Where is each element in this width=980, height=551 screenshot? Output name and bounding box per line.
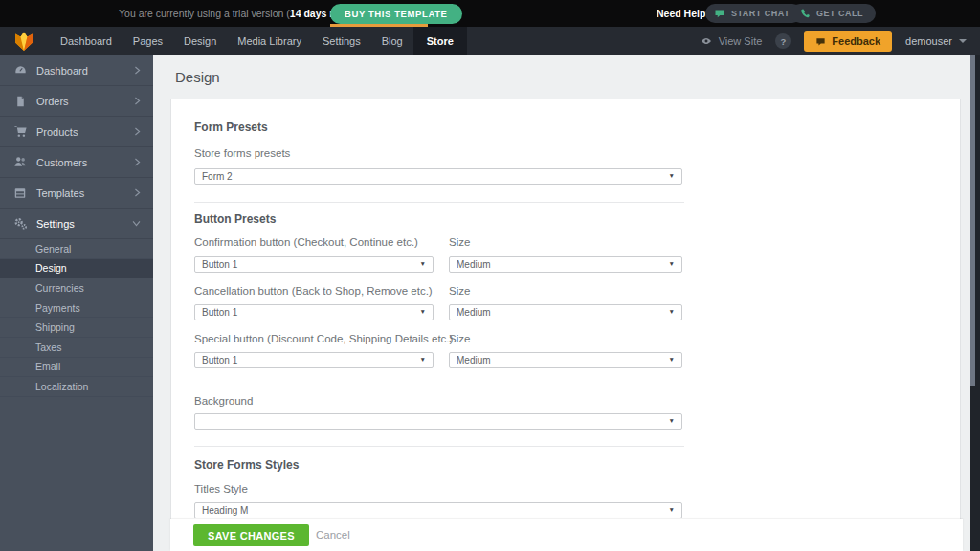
nav-tab-pages[interactable]: Pages xyxy=(122,27,173,55)
cancellation-button-label: Cancellation button (Back to Shop, Remov… xyxy=(194,285,433,297)
confirmation-button-label: Confirmation button (Checkout, Continue … xyxy=(194,236,418,248)
gauge-icon xyxy=(12,63,28,78)
scrollbar-thumb[interactable] xyxy=(970,55,975,386)
sidebar-item-label: Products xyxy=(36,126,78,138)
users-icon xyxy=(12,155,28,170)
buy-template-button[interactable]: BUY THIS TEMPLATE xyxy=(330,4,462,24)
section-divider xyxy=(194,446,684,447)
navbar-right: View Site ? Feedback demouser xyxy=(700,27,967,55)
special-button-value: Button 1 xyxy=(202,355,237,365)
sidebar-subitem-design[interactable]: Design xyxy=(0,259,153,279)
phone-icon xyxy=(799,8,811,19)
chevron-down-icon xyxy=(959,39,967,43)
special-size-select[interactable]: Medium ▼ xyxy=(449,352,682,368)
sidebar-item-customers[interactable]: Customers xyxy=(0,147,153,178)
cancel-link[interactable]: Cancel xyxy=(316,519,350,551)
sidebar-item-orders[interactable]: Orders xyxy=(0,86,153,117)
document-icon xyxy=(12,94,28,109)
confirmation-size-value: Medium xyxy=(457,259,491,270)
select-caret-icon: ▼ xyxy=(669,309,675,316)
sidebar-subitem-email[interactable]: Email xyxy=(0,358,153,378)
special-size-value: Medium xyxy=(457,355,491,365)
select-caret-icon: ▼ xyxy=(669,357,675,364)
sidebar-item-templates[interactable]: Templates xyxy=(0,178,153,209)
nav-tab-dashboard[interactable]: Dashboard xyxy=(50,27,122,55)
sidebar-item-label: Dashboard xyxy=(36,65,88,77)
username-label: demouser xyxy=(905,35,952,47)
design-settings-card: Form Presets Store forms presets Form 2 … xyxy=(170,99,961,551)
special-button-label: Special button (Discount Code, Shipping … xyxy=(194,333,453,344)
confirmation-size-label: Size xyxy=(449,236,470,248)
sidebar-item-products[interactable]: Products xyxy=(0,117,153,147)
form-presets-heading: Form Presets xyxy=(194,121,268,134)
background-label: Background xyxy=(194,395,253,407)
trial-message-prefix: You are currently using a trial version … xyxy=(119,8,290,19)
sidebar-item-label: Settings xyxy=(36,218,75,230)
nav-tab-settings[interactable]: Settings xyxy=(312,27,371,55)
background-select[interactable]: ▼ xyxy=(194,413,682,430)
sidebar-item-label: Templates xyxy=(36,187,84,199)
select-caret-icon: ▼ xyxy=(669,507,675,514)
confirmation-button-select[interactable]: Button 1 ▼ xyxy=(194,256,434,273)
chevron-right-icon xyxy=(133,157,142,167)
confirmation-size-select[interactable]: Medium ▼ xyxy=(449,256,682,273)
nav-tab-design[interactable]: Design xyxy=(173,27,227,55)
store-forms-presets-select[interactable]: Form 2 ▼ xyxy=(194,168,682,185)
cancellation-size-select[interactable]: Medium ▼ xyxy=(449,304,682,320)
nav-tab-store[interactable]: Store xyxy=(413,27,467,55)
gears-icon xyxy=(12,216,28,231)
select-caret-icon: ▼ xyxy=(420,357,426,364)
main-content: Design Form Presets Store forms presets … xyxy=(153,55,972,551)
sidebar-item-label: Customers xyxy=(36,157,87,168)
app-logo-icon[interactable] xyxy=(12,30,35,53)
feedback-button[interactable]: Feedback xyxy=(804,31,892,52)
top-navbar: Dashboard Pages Design Media Library Set… xyxy=(0,27,980,55)
select-caret-icon: ▼ xyxy=(420,261,426,268)
sidebar-subitem-general[interactable]: General xyxy=(0,239,153,259)
save-bar: SAVE CHANGES Cancel xyxy=(170,519,963,551)
sidebar-item-dashboard[interactable]: Dashboard xyxy=(0,55,153,86)
sidebar-subitem-payments[interactable]: Payments xyxy=(0,298,153,319)
sidebar-subitem-shipping[interactable]: Shipping xyxy=(0,318,153,338)
eye-icon xyxy=(700,34,713,48)
get-call-label: GET CALL xyxy=(816,9,863,18)
get-call-button[interactable]: GET CALL xyxy=(791,4,876,23)
nav-tabs: Dashboard Pages Design Media Library Set… xyxy=(50,27,467,55)
page-title: Design xyxy=(175,69,220,85)
save-changes-button[interactable]: SAVE CHANGES xyxy=(193,524,309,546)
chevron-right-icon xyxy=(133,96,142,106)
sidebar-item-settings[interactable]: Settings xyxy=(0,209,153,239)
chat-bubble-icon xyxy=(714,8,725,19)
section-divider xyxy=(194,202,684,203)
need-help-label: Need Help? xyxy=(657,0,712,27)
special-size-label: Size xyxy=(449,333,470,344)
layout-icon xyxy=(12,186,28,201)
cancellation-button-select[interactable]: Button 1 ▼ xyxy=(194,304,434,320)
chevron-right-icon xyxy=(133,187,142,198)
user-menu[interactable]: demouser xyxy=(905,35,967,47)
sidebar-subitem-localization[interactable]: Localization xyxy=(0,377,153,397)
chevron-right-icon xyxy=(133,126,142,137)
select-caret-icon: ▼ xyxy=(669,261,675,268)
store-forms-presets-value: Form 2 xyxy=(202,171,233,182)
view-site-link[interactable]: View Site xyxy=(700,34,763,48)
start-chat-label: START CHAT xyxy=(731,9,790,18)
sidebar-subitem-taxes[interactable]: Taxes xyxy=(0,338,153,358)
special-button-select[interactable]: Button 1 ▼ xyxy=(194,352,434,368)
start-chat-button[interactable]: START CHAT xyxy=(705,4,802,23)
help-icon[interactable]: ? xyxy=(775,33,791,49)
nav-tab-blog[interactable]: Blog xyxy=(371,27,413,55)
nav-tab-media-library[interactable]: Media Library xyxy=(227,27,312,55)
sidebar-subitem-currencies[interactable]: Currencies xyxy=(0,278,153,298)
confirmation-button-value: Button 1 xyxy=(202,259,237,270)
sidebar: Dashboard Orders Products Customers xyxy=(0,55,153,551)
store-forms-presets-label: Store forms presets xyxy=(194,147,290,159)
view-site-label: View Site xyxy=(719,35,763,47)
store-forms-styles-heading: Store Forms Styles xyxy=(194,458,299,472)
feedback-label: Feedback xyxy=(832,35,880,47)
titles-style-select[interactable]: Heading M ▼ xyxy=(194,502,682,518)
trial-bar: You are currently using a trial version … xyxy=(0,0,980,27)
cancellation-button-value: Button 1 xyxy=(202,307,237,318)
select-caret-icon: ▼ xyxy=(669,173,675,180)
section-divider xyxy=(194,386,684,386)
